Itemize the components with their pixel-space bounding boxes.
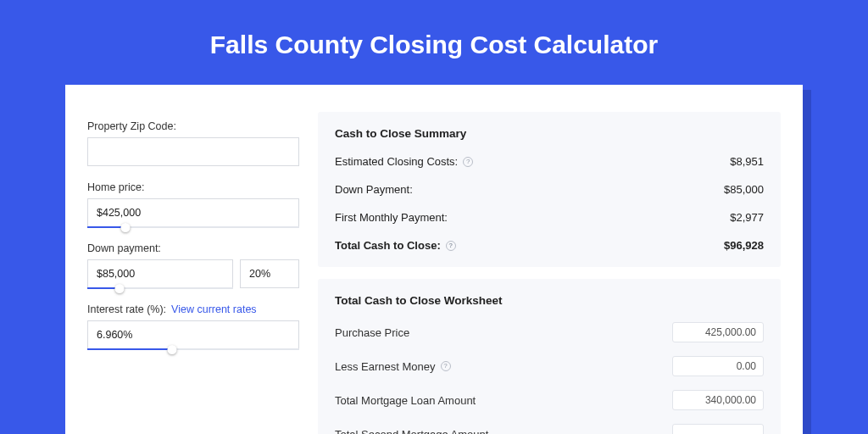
summary-row: Down Payment: $85,000	[335, 183, 764, 196]
summary-heading: Cash to Close Summary	[335, 127, 764, 140]
worksheet-heading: Total Cash to Close Worksheet	[335, 294, 764, 307]
down-payment-field: Down payment:	[87, 242, 299, 288]
down-payment-pct-box	[240, 259, 299, 288]
home-price-field: Home price:	[87, 181, 299, 227]
summary-value: $8,951	[730, 155, 764, 168]
worksheet-row: Less Earnest Money ?	[335, 356, 764, 376]
results-column: Cash to Close Summary Estimated Closing …	[318, 112, 781, 434]
worksheet-label: Total Mortgage Loan Amount	[335, 394, 476, 407]
worksheet-input[interactable]	[672, 356, 764, 376]
zip-input[interactable]	[87, 137, 299, 166]
summary-panel: Cash to Close Summary Estimated Closing …	[318, 112, 781, 267]
worksheet-input[interactable]	[672, 390, 764, 410]
summary-row-total: Total Cash to Close: ? $96,928	[335, 239, 764, 252]
worksheet-label: Total Second Mortgage Amount	[335, 428, 488, 435]
help-icon[interactable]: ?	[446, 241, 456, 251]
slider-fill	[87, 226, 125, 228]
summary-row: Estimated Closing Costs: ? $8,951	[335, 155, 764, 168]
worksheet-panel: Total Cash to Close Worksheet Purchase P…	[318, 279, 781, 434]
worksheet-row: Total Mortgage Loan Amount	[335, 390, 764, 410]
home-price-slider[interactable]	[87, 198, 299, 227]
summary-label: Estimated Closing Costs:	[335, 155, 458, 168]
help-icon[interactable]: ?	[441, 361, 451, 371]
help-icon[interactable]: ?	[463, 157, 473, 167]
inputs-column: Property Zip Code: Home price: Down paym…	[87, 112, 299, 434]
summary-label: Down Payment:	[335, 183, 413, 196]
summary-label: Total Cash to Close:	[335, 239, 441, 252]
summary-value: $96,928	[724, 239, 764, 252]
interest-rate-slider[interactable]	[87, 320, 299, 349]
home-price-label: Home price:	[87, 181, 299, 193]
interest-rate-label: Interest rate (%):	[87, 303, 166, 315]
worksheet-input[interactable]	[672, 424, 764, 434]
home-price-input[interactable]	[87, 198, 299, 227]
summary-value: $2,977	[730, 211, 764, 224]
page-title: Falls County Closing Cost Calculator	[0, 0, 868, 85]
slider-thumb[interactable]	[168, 345, 177, 354]
worksheet-input[interactable]	[672, 322, 764, 342]
slider-thumb[interactable]	[121, 223, 131, 232]
view-rates-link[interactable]: View current rates	[171, 303, 257, 315]
worksheet-label: Less Earnest Money	[335, 360, 436, 373]
slider-thumb[interactable]	[114, 284, 124, 293]
worksheet-row: Total Second Mortgage Amount	[335, 424, 764, 434]
worksheet-label: Purchase Price	[335, 326, 409, 339]
down-payment-input[interactable]	[87, 259, 233, 288]
worksheet-row: Purchase Price	[335, 322, 764, 342]
down-payment-label: Down payment:	[87, 242, 299, 254]
interest-rate-input[interactable]	[87, 320, 299, 349]
summary-row: First Monthly Payment: $2,977	[335, 211, 764, 224]
zip-label: Property Zip Code:	[87, 120, 299, 132]
interest-rate-field: Interest rate (%): View current rates	[87, 303, 299, 349]
summary-label: First Monthly Payment:	[335, 211, 448, 224]
down-payment-slider[interactable]	[87, 259, 233, 288]
zip-field: Property Zip Code:	[87, 120, 299, 166]
summary-value: $85,000	[724, 183, 764, 196]
card-wrap: Property Zip Code: Home price: Down paym…	[65, 85, 803, 434]
calculator-card: Property Zip Code: Home price: Down paym…	[65, 85, 803, 434]
slider-fill	[87, 348, 172, 350]
down-payment-pct-input[interactable]	[240, 259, 299, 288]
